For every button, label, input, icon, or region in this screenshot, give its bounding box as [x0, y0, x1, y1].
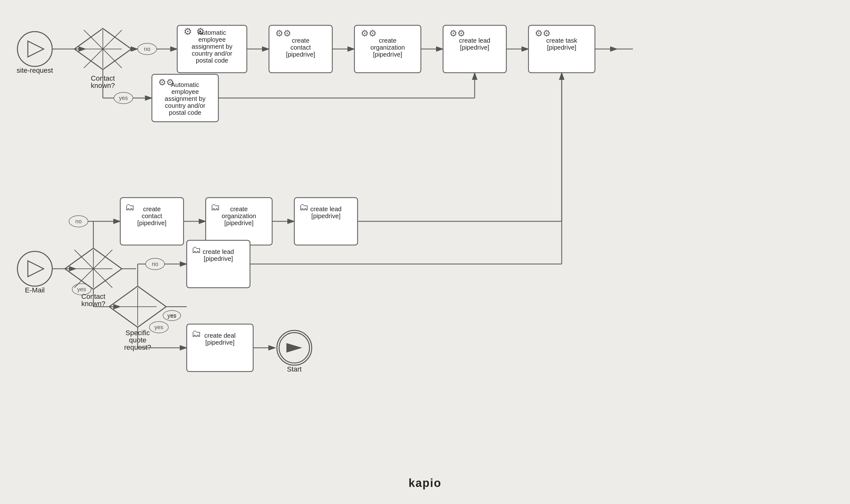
svg-text:[pipedrive]: [pipedrive] — [311, 213, 341, 219]
svg-text:contact: contact — [291, 44, 311, 51]
folder-icon-4: 🗂 — [191, 245, 201, 255]
gear-icon-2: ⚙ — [275, 29, 283, 38]
svg-text:[pipedrive]: [pipedrive] — [547, 44, 576, 51]
gear-icon-6: ⚙ — [158, 77, 166, 87]
create-contact-bottom: create — [143, 205, 161, 213]
svg-text:[pipedrive]: [pipedrive] — [460, 44, 489, 51]
gear-icon-5: ⚙ — [535, 29, 543, 38]
svg-text:[pipedrive]: [pipedrive] — [373, 51, 402, 58]
diagram-container: site-request Contact known? no ⚙ ⚙ x Aut… — [0, 0, 850, 504]
folder-icon-5: 🗂 — [191, 328, 201, 339]
folder-icon-1: 🗂 — [125, 202, 135, 212]
email-label: E-Mail — [25, 286, 45, 294]
svg-text:organization: organization — [222, 213, 256, 219]
svg-text:assignment by: assignment by — [192, 43, 232, 50]
yes-label-bottom: yes — [77, 286, 86, 292]
create-lead-bottom-no: create lead — [310, 205, 342, 213]
start-label: Start — [287, 365, 301, 373]
gear-icon-4: ⚙ — [449, 29, 457, 38]
yes-label-bottom2: yes — [154, 324, 163, 330]
create-deal: create deal — [205, 332, 236, 339]
auto-assign-task2: Automatic — [171, 81, 200, 88]
no-label-top: no — [144, 46, 150, 52]
svg-text:x: x — [190, 38, 191, 42]
create-org-top: create — [379, 37, 397, 44]
gear-icon-1: ⚙ — [184, 26, 192, 37]
no-label-bottom2: no — [152, 261, 158, 267]
svg-text:employee: employee — [172, 88, 199, 95]
auto-assign-task1: Automatic — [198, 29, 226, 36]
create-lead-top: create lead — [459, 37, 490, 44]
brand-label: kapio — [409, 476, 441, 489]
create-task-top: create task — [546, 37, 577, 44]
svg-text:postal code: postal code — [169, 109, 201, 116]
svg-text:assignment by: assignment by — [165, 95, 206, 102]
svg-text:country and/or: country and/or — [165, 102, 205, 109]
site-request-label: site-request — [17, 67, 53, 74]
gear-icon-3: ⚙ — [361, 29, 369, 38]
svg-text:[pipedrive]: [pipedrive] — [286, 51, 315, 58]
create-lead-bottom-yes: create lead — [203, 248, 234, 255]
folder-icon-3: 🗂 — [299, 202, 309, 212]
svg-text:[pipedrive]: [pipedrive] — [205, 339, 235, 346]
svg-text:country and/or: country and/or — [192, 50, 232, 57]
svg-text:employee: employee — [198, 36, 226, 43]
svg-text:⚙: ⚙ — [369, 29, 377, 38]
svg-text:contact: contact — [142, 213, 162, 219]
svg-rect-0 — [0, 0, 850, 504]
svg-text:yes: yes — [168, 312, 176, 319]
create-contact-top: create — [292, 37, 310, 44]
svg-text:[pipedrive]: [pipedrive] — [204, 255, 233, 262]
svg-text:[pipedrive]: [pipedrive] — [224, 219, 254, 227]
create-org-bottom: create — [230, 205, 248, 213]
svg-text:organization: organization — [370, 44, 405, 51]
no-label-bottom: no — [75, 218, 82, 224]
svg-text:⚙: ⚙ — [283, 29, 291, 38]
folder-icon-2: 🗂 — [210, 202, 220, 212]
svg-text:postal code: postal code — [196, 57, 228, 64]
svg-text:[pipedrive]: [pipedrive] — [137, 219, 167, 227]
yes-label-top: yes — [119, 95, 128, 101]
